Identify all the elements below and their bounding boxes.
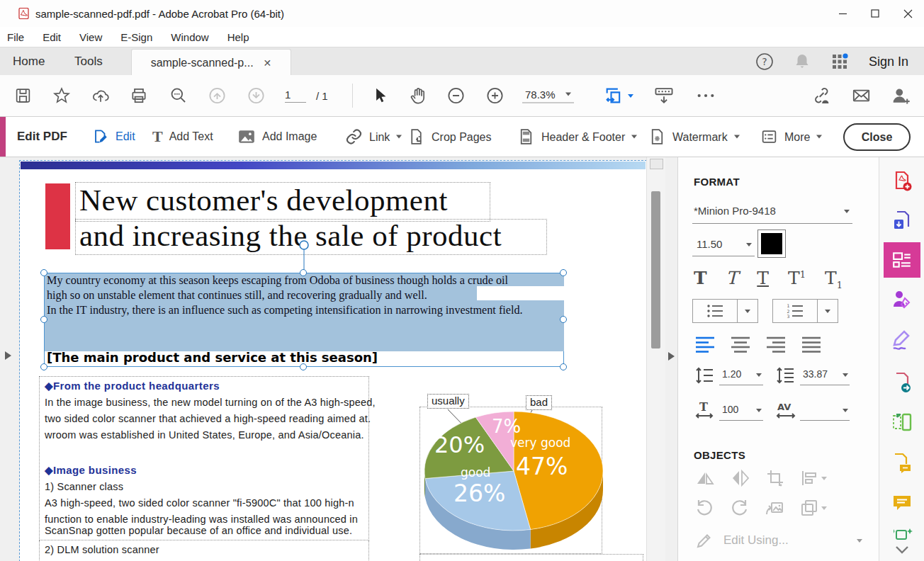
flip-horizontal-button[interactable] [731, 469, 750, 487]
superscript-button[interactable]: T1 [788, 269, 806, 287]
tab-tools[interactable]: Tools [74, 47, 103, 76]
menu-help[interactable]: Help [227, 31, 249, 43]
export-pdf-icon[interactable] [889, 208, 915, 234]
tab-document[interactable]: sample-scanned-p... ✕ [131, 49, 291, 76]
more-button[interactable]: More [760, 128, 822, 146]
close-edit-pdf-button[interactable]: Close [843, 123, 911, 151]
zoom-level-select[interactable]: 78.3% [522, 89, 574, 103]
notifications-bell-icon[interactable] [794, 52, 811, 71]
bold-button[interactable]: T [694, 269, 707, 287]
edit-tool-button[interactable]: Edit [91, 128, 135, 146]
help-icon[interactable]: ? [755, 52, 774, 71]
menu-window[interactable]: Window [171, 31, 208, 43]
select-tool-pointer-icon[interactable] [371, 86, 389, 105]
user-account-icon[interactable] [890, 86, 911, 106]
align-center-button[interactable] [731, 336, 750, 353]
menu-view[interactable]: View [79, 31, 102, 43]
pdf-page[interactable]: New customer's development and increasin… [20, 161, 646, 561]
print-icon[interactable] [130, 86, 148, 105]
next-page-icon[interactable] [247, 86, 266, 106]
numbered-list-button[interactable]: 123 [773, 300, 817, 322]
share-send-pdf-icon[interactable] [889, 370, 915, 395]
replace-image-button[interactable] [765, 499, 784, 517]
share-link-icon[interactable] [811, 86, 832, 106]
horizontal-scale-select[interactable]: 100 [719, 401, 763, 421]
page-display-icon[interactable] [653, 86, 675, 106]
scrollbar-top-button[interactable] [650, 159, 663, 169]
font-color-swatch[interactable] [757, 230, 786, 258]
selection-handle[interactable] [560, 363, 567, 370]
menu-edit[interactable]: Edit [43, 31, 61, 43]
bullet-list-button[interactable] [693, 300, 737, 322]
cloud-upload-icon[interactable] [91, 86, 110, 105]
paragraph-spacing-select[interactable]: 33.87 [800, 366, 850, 385]
rail-expand-chevron-icon[interactable] [889, 544, 915, 557]
tab-home[interactable]: Home [13, 47, 45, 76]
close-window-button[interactable] [891, 0, 924, 27]
menu-file[interactable]: File [7, 31, 24, 43]
fill-and-sign-icon[interactable] [889, 327, 915, 353]
watermark-button[interactable]: Watermark [648, 128, 740, 146]
expand-right-panel-icon[interactable] [666, 351, 676, 362]
hand-tool-icon[interactable] [408, 86, 427, 106]
bullet-list-dropdown[interactable] [737, 300, 757, 322]
font-family-select[interactable]: *Minion Pro-9418 [692, 200, 852, 224]
tab-close-icon[interactable]: ✕ [264, 57, 272, 69]
more-tools-ellipsis-icon[interactable] [696, 86, 716, 106]
fit-width-select[interactable] [604, 86, 633, 106]
align-left-button[interactable] [695, 336, 715, 353]
request-esignatures-icon[interactable] [889, 286, 915, 312]
expand-left-panel-icon[interactable] [3, 350, 13, 361]
selection-handle[interactable] [560, 269, 567, 276]
selection-handle[interactable] [300, 363, 307, 370]
crop-object-button[interactable] [766, 469, 784, 487]
app-grid-icon[interactable] [830, 52, 849, 71]
add-rich-media-icon[interactable] [889, 526, 915, 544]
search-icon[interactable] [169, 86, 188, 106]
zoom-in-icon[interactable] [485, 86, 505, 106]
header-footer-button[interactable]: Header & Footer [517, 128, 637, 146]
link-button[interactable]: Link [345, 128, 402, 146]
crop-pages-button[interactable]: Crop Pages [407, 128, 492, 146]
organize-pages-icon[interactable] [889, 409, 915, 435]
add-image-button[interactable]: Add Image [237, 128, 317, 145]
arrange-objects-button[interactable] [800, 499, 827, 517]
flip-vertical-button[interactable] [695, 469, 715, 487]
align-justify-button[interactable] [801, 336, 821, 353]
line-spacing-select[interactable]: 1.20 [719, 366, 763, 385]
font-size-select[interactable]: 11.50 [692, 234, 755, 256]
page-number-input[interactable]: 1 [285, 89, 306, 103]
add-comments-doc-icon[interactable] [889, 450, 915, 476]
zoom-out-icon[interactable] [446, 86, 466, 106]
add-text-button[interactable]: T Add Text [152, 128, 213, 146]
align-right-button[interactable] [766, 336, 786, 353]
selection-handle[interactable] [40, 363, 47, 370]
selected-textbox[interactable]: My country economy at this season keeps … [44, 273, 564, 367]
create-pdf-icon[interactable] [889, 169, 915, 194]
maximize-button[interactable] [859, 0, 891, 27]
scrollbar-thumb[interactable] [651, 191, 660, 348]
rotate-counterclockwise-button[interactable] [695, 499, 714, 517]
previous-page-icon[interactable] [208, 86, 227, 106]
selection-handle[interactable] [40, 316, 47, 323]
align-objects-button[interactable] [800, 469, 827, 487]
edit-pdf-tool-active[interactable] [884, 242, 920, 278]
subscript-button[interactable]: T1 [825, 269, 843, 290]
email-icon[interactable] [851, 86, 872, 106]
kerning-select[interactable] [800, 401, 850, 421]
underline-button[interactable]: T [757, 269, 769, 287]
selection-handle[interactable] [560, 316, 567, 323]
selection-handle[interactable] [300, 269, 307, 276]
sign-in-button[interactable]: Sign In [869, 55, 908, 69]
rotate-clockwise-button[interactable] [730, 499, 749, 517]
minimize-button[interactable] [826, 0, 859, 27]
save-icon[interactable] [14, 87, 32, 105]
menu-esign[interactable]: E-Sign [120, 31, 152, 43]
comment-icon[interactable] [889, 490, 915, 516]
selection-handle[interactable] [40, 269, 47, 276]
edit-using-select[interactable]: Edit Using... [695, 531, 862, 561]
vertical-scrollbar[interactable] [646, 157, 665, 561]
italic-button[interactable]: T [726, 269, 738, 287]
numbered-list-dropdown[interactable] [817, 300, 838, 322]
star-favorite-icon[interactable] [52, 86, 71, 105]
